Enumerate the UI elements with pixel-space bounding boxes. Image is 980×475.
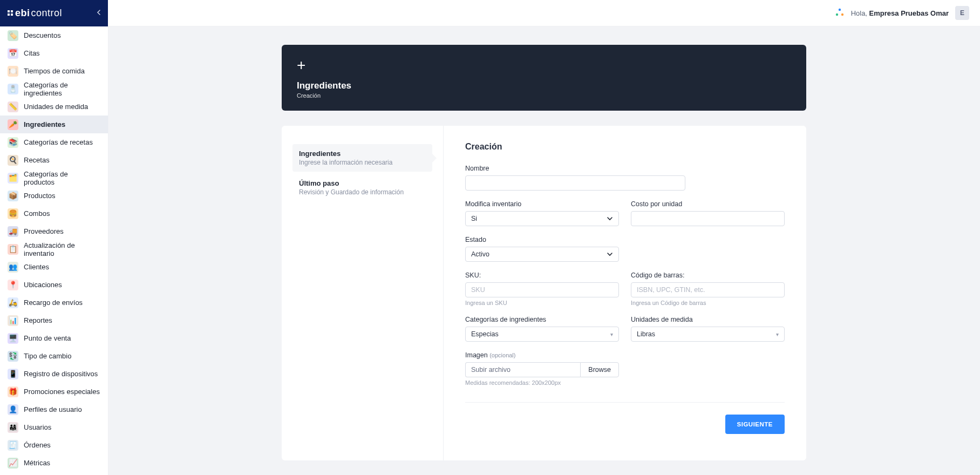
nav-icon: 📋 <box>8 244 18 255</box>
nav-icon: 🧾 <box>8 440 18 451</box>
sidebar-item-label: Usuarios <box>24 423 51 431</box>
sidebar-item-label: Tipo de cambio <box>24 352 71 360</box>
estado-select[interactable]: Activo <box>465 247 619 262</box>
sidebar-item-tipo-de-cambio[interactable]: 💱Tipo de cambio <box>0 347 108 365</box>
svg-rect-3 <box>11 13 13 16</box>
theme-dots-icon[interactable] <box>835 8 845 18</box>
nav-icon: 🚚 <box>8 226 18 237</box>
sidebar-item-label: Reportes <box>24 316 52 324</box>
nav-icon: 📍 <box>8 280 18 290</box>
sku-input[interactable] <box>465 282 619 297</box>
sidebar: 🏷️Descuentos📅Citas🍽️Tiempos de comida🧂Ca… <box>0 26 108 475</box>
step-subtitle: Ingrese la información necesaria <box>299 159 426 166</box>
sidebar-item-registro-de-dispositivos[interactable]: 📱Registro de dispositivos <box>0 365 108 383</box>
chevron-down-icon: ▾ <box>776 331 779 337</box>
sidebar-item-promociones-especiales[interactable]: 🎁Promociones especiales <box>0 383 108 401</box>
browse-button[interactable]: Browse <box>580 362 619 377</box>
nav-icon: 🍔 <box>8 208 18 219</box>
barcode-hint: Ingresa un Código de barras <box>631 300 785 306</box>
sidebar-item-label: Categorías de ingredientes <box>24 81 100 97</box>
file-placeholder: Subir archivo <box>465 362 580 377</box>
sidebar-item-reportes[interactable]: 📊Reportes <box>0 311 108 329</box>
nav-icon: 🛵 <box>8 297 18 308</box>
sidebar-item-categor-as-de-productos[interactable]: 🗂️Categorías de productos <box>0 169 108 187</box>
sidebar-item-categor-as-de-recetas[interactable]: 📚Categorías de recetas <box>0 133 108 151</box>
avatar[interactable]: E <box>955 6 969 20</box>
sidebar-item-label: Recargo de envíos <box>24 298 83 307</box>
sidebar-item-label: Recetas <box>24 156 50 164</box>
svg-point-5 <box>835 13 838 16</box>
sidebar-item-proveedores[interactable]: 🚚Proveedores <box>0 222 108 240</box>
sidebar-item-productos[interactable]: 📦Productos <box>0 187 108 205</box>
sidebar-item-descuentos[interactable]: 🏷️Descuentos <box>0 26 108 44</box>
svg-rect-2 <box>8 13 10 16</box>
barcode-label: Código de barras: <box>631 272 785 279</box>
logo-icon <box>6 9 14 17</box>
categoria-select[interactable]: Especias ▾ <box>465 327 619 342</box>
nombre-label: Nombre <box>465 165 685 172</box>
sidebar-item-recetas[interactable]: 🍳Recetas <box>0 151 108 169</box>
chevron-down-icon <box>607 215 613 222</box>
sidebar-item-perfiles-de-usuario[interactable]: 👤Perfiles de usuario <box>0 401 108 418</box>
sidebar-item-tiempos-de-comida[interactable]: 🍽️Tiempos de comida <box>0 62 108 80</box>
chevron-down-icon: ▾ <box>610 331 613 337</box>
nav-icon: 🥕 <box>8 119 18 130</box>
brand-logo[interactable]: ebicontrol <box>6 8 62 19</box>
sidebar-item-label: Ubicaciones <box>24 281 62 289</box>
nav-icon: 🎁 <box>8 386 18 397</box>
sidebar-item-label: Registro de dispositivos <box>24 370 98 378</box>
sidebar-item-label: Categorías de productos <box>24 170 100 186</box>
categoria-label: Categorías de ingredientes <box>465 316 619 323</box>
sku-label: SKU: <box>465 272 619 279</box>
nav-icon: 🏷️ <box>8 30 18 41</box>
step-subtitle: Revisión y Guardado de información <box>299 188 426 196</box>
sidebar-item-actualizaci-n-de-inventario[interactable]: 📋Actualización de inventario <box>0 240 108 258</box>
wizard-step[interactable]: IngredientesIngrese la información neces… <box>292 144 432 172</box>
imagen-hint: Medidas recomendadas: 200x200px <box>465 379 619 386</box>
siguiente-button[interactable]: SIGUIENTE <box>725 415 785 434</box>
sidebar-item-label: Ingredientes <box>24 120 65 128</box>
nombre-input[interactable] <box>465 175 685 191</box>
divider <box>465 402 785 403</box>
modifica-select[interactable]: Si <box>465 211 619 226</box>
sidebar-item-label: Perfiles de usuario <box>24 405 82 413</box>
sidebar-item-usuarios[interactable]: 👨‍👩‍👧Usuarios <box>0 418 108 436</box>
sidebar-item-categor-as-de-ingredientes[interactable]: 🧂Categorías de ingredientes <box>0 80 108 98</box>
nav-icon: 🖥️ <box>8 333 18 344</box>
costo-input[interactable] <box>631 211 785 226</box>
sidebar-item-label: Productos <box>24 192 56 200</box>
sidebar-item-recargo-de-env-os[interactable]: 🛵Recargo de envíos <box>0 294 108 311</box>
sidebar-item-ingredientes[interactable]: 🥕Ingredientes <box>0 116 108 133</box>
sidebar-item-label: Descuentos <box>24 31 61 39</box>
sidebar-item-label: Citas <box>24 49 40 57</box>
sidebar-item--rdenes[interactable]: 🧾Órdenes <box>0 436 108 454</box>
barcode-input[interactable] <box>631 282 785 297</box>
wizard-step[interactable]: Último pasoRevisión y Guardado de inform… <box>292 174 432 201</box>
nav-icon: 📦 <box>8 191 18 201</box>
nav-icon: 📅 <box>8 48 18 59</box>
modifica-label: Modifica inventario <box>465 200 619 208</box>
sidebar-item-m-tricas[interactable]: 📈Métricas <box>0 454 108 472</box>
svg-rect-1 <box>11 10 13 12</box>
form-title: Creación <box>465 142 785 152</box>
sidebar-item-punto-de-venta[interactable]: 🖥️Punto de venta <box>0 329 108 347</box>
sidebar-item-combos[interactable]: 🍔Combos <box>0 205 108 222</box>
nav-icon: 📱 <box>8 369 18 379</box>
sidebar-item-clientes[interactable]: 👥Clientes <box>0 258 108 276</box>
sidebar-item-ubicaciones[interactable]: 📍Ubicaciones <box>0 276 108 294</box>
svg-point-4 <box>838 9 840 11</box>
greeting: Hola, Empresa Pruebas Omar <box>851 9 949 17</box>
sidebar-item-citas[interactable]: 📅Citas <box>0 44 108 62</box>
sidebar-item-label: Actualización de inventario <box>24 241 100 257</box>
sidebar-item-label: Órdenes <box>24 441 51 449</box>
unidades-select[interactable]: Libras ▾ <box>631 327 785 342</box>
sku-hint: Ingresa un SKU <box>465 300 619 306</box>
sidebar-collapse-icon[interactable] <box>96 9 101 17</box>
sidebar-item-label: Clientes <box>24 263 49 271</box>
hero-subtitle: Creación <box>297 92 791 99</box>
nav-icon: 📈 <box>8 458 18 469</box>
unidades-label: Unidades de medida <box>631 316 785 323</box>
chevron-down-icon <box>607 251 613 257</box>
sidebar-item-label: Métricas <box>24 459 50 467</box>
sidebar-item-unidades-de-medida[interactable]: 📏Unidades de medida <box>0 98 108 116</box>
